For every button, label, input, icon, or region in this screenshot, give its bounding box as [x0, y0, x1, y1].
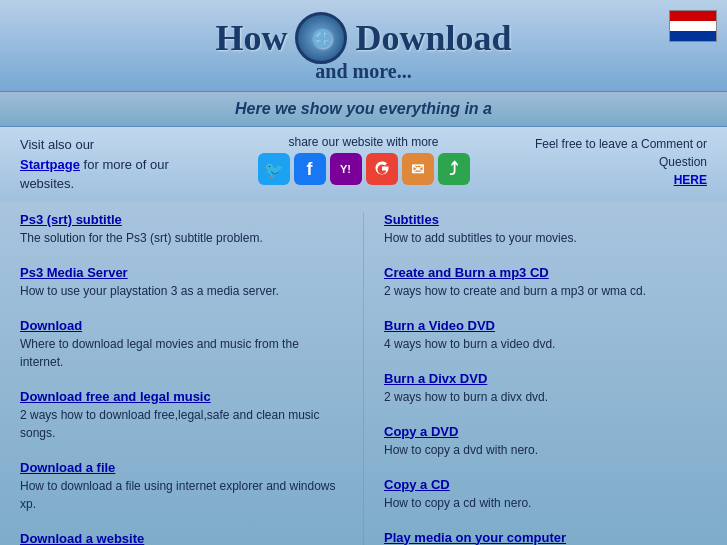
- comment-link[interactable]: HERE: [674, 173, 707, 187]
- comment-section: Feel free to leave a Comment or Question…: [527, 135, 707, 189]
- page-header: How Download and more...: [0, 0, 727, 91]
- list-item: Subtitles How to add subtitles to your m…: [384, 212, 707, 247]
- site-subtitle: and more...: [0, 60, 727, 83]
- visit-section: Visit also our Startpage for more of our…: [20, 135, 200, 194]
- comment-text: Feel free to leave a Comment or Question: [535, 137, 707, 169]
- share-section: share our website with more 🐦 f Y! ✉ ⤴: [258, 135, 470, 185]
- list-item: Burn a Video DVD 4 ways how to burn a vi…: [384, 318, 707, 353]
- list-item: Download a website: [20, 531, 343, 546]
- share-bar: Visit also our Startpage for more of our…: [0, 127, 727, 202]
- play-media-link[interactable]: Play media on your computer: [384, 530, 566, 545]
- list-item: Play media on your computer: [384, 530, 707, 545]
- tagline-bar: Here we show you everything in a: [0, 91, 727, 127]
- download-a-website-link[interactable]: Download a website: [20, 531, 144, 546]
- list-item: Create and Burn a mp3 CD 2 ways how to c…: [384, 265, 707, 300]
- download-desc: Where to download legal movies and music…: [20, 335, 343, 371]
- right-column: Subtitles How to add subtitles to your m…: [384, 212, 707, 546]
- site-title: How Download: [0, 12, 727, 64]
- list-item: Ps3 (srt) subtitle The solution for the …: [20, 212, 343, 247]
- main-content: Ps3 (srt) subtitle The solution for the …: [0, 202, 727, 546]
- ps3-media-server-link[interactable]: Ps3 Media Server: [20, 265, 128, 280]
- list-item: Download a file How to download a file u…: [20, 460, 343, 513]
- yahoo-share-button[interactable]: Y!: [330, 153, 362, 185]
- download-link[interactable]: Download: [20, 318, 82, 333]
- download-a-file-desc: How to download a file using internet ex…: [20, 477, 343, 513]
- generic-share-button[interactable]: ⤴: [438, 153, 470, 185]
- share-label: share our website with more: [258, 135, 470, 149]
- download-free-music-link[interactable]: Download free and legal music: [20, 389, 211, 404]
- ps3-srt-subtitle-desc: The solution for the Ps3 (srt) subtitle …: [20, 229, 343, 247]
- startpage-link[interactable]: Startpage: [20, 157, 80, 172]
- facebook-share-button[interactable]: f: [294, 153, 326, 185]
- flag-blue-stripe: [670, 31, 716, 41]
- email-share-button[interactable]: ✉: [402, 153, 434, 185]
- left-column: Ps3 (srt) subtitle The solution for the …: [20, 212, 343, 546]
- list-item: Download Where to download legal movies …: [20, 318, 343, 371]
- create-burn-mp3-link[interactable]: Create and Burn a mp3 CD: [384, 265, 549, 280]
- subtitles-desc: How to add subtitles to your movies.: [384, 229, 707, 247]
- share-icons: 🐦 f Y! ✉ ⤴: [258, 153, 470, 185]
- copy-dvd-desc: How to copy a dvd with nero.: [384, 441, 707, 459]
- download-free-music-desc: 2 ways how to download free,legal,safe a…: [20, 406, 343, 442]
- twitter-share-button[interactable]: 🐦: [258, 153, 290, 185]
- netherlands-flag: [669, 10, 717, 42]
- list-item: Burn a Divx DVD 2 ways how to burn a div…: [384, 371, 707, 406]
- tagline-text: Here we show you everything in a: [235, 100, 492, 117]
- title-download: Download: [355, 17, 511, 59]
- copy-dvd-link[interactable]: Copy a DVD: [384, 424, 458, 439]
- list-item: Copy a DVD How to copy a dvd with nero.: [384, 424, 707, 459]
- list-item: Copy a CD How to copy a cd with nero.: [384, 477, 707, 512]
- logo-icon: [295, 12, 347, 64]
- visit-prefix: Visit also our: [20, 137, 94, 152]
- copy-cd-desc: How to copy a cd with nero.: [384, 494, 707, 512]
- copy-cd-link[interactable]: Copy a CD: [384, 477, 450, 492]
- google-share-button[interactable]: [366, 153, 398, 185]
- burn-divx-dvd-link[interactable]: Burn a Divx DVD: [384, 371, 487, 386]
- column-divider: [363, 212, 364, 546]
- flag-white-stripe: [670, 21, 716, 31]
- download-a-file-link[interactable]: Download a file: [20, 460, 115, 475]
- burn-video-dvd-link[interactable]: Burn a Video DVD: [384, 318, 495, 333]
- list-item: Download free and legal music 2 ways how…: [20, 389, 343, 442]
- flag-red-stripe: [670, 11, 716, 21]
- title-how: How: [215, 17, 287, 59]
- create-burn-mp3-desc: 2 ways how to create and burn a mp3 or w…: [384, 282, 707, 300]
- burn-divx-dvd-desc: 2 ways how to burn a divx dvd.: [384, 388, 707, 406]
- ps3-media-server-desc: How to use your playstation 3 as a media…: [20, 282, 343, 300]
- ps3-srt-subtitle-link[interactable]: Ps3 (srt) subtitle: [20, 212, 122, 227]
- subtitles-link[interactable]: Subtitles: [384, 212, 439, 227]
- list-item: Ps3 Media Server How to use your playsta…: [20, 265, 343, 300]
- burn-video-dvd-desc: 4 ways how to burn a video dvd.: [384, 335, 707, 353]
